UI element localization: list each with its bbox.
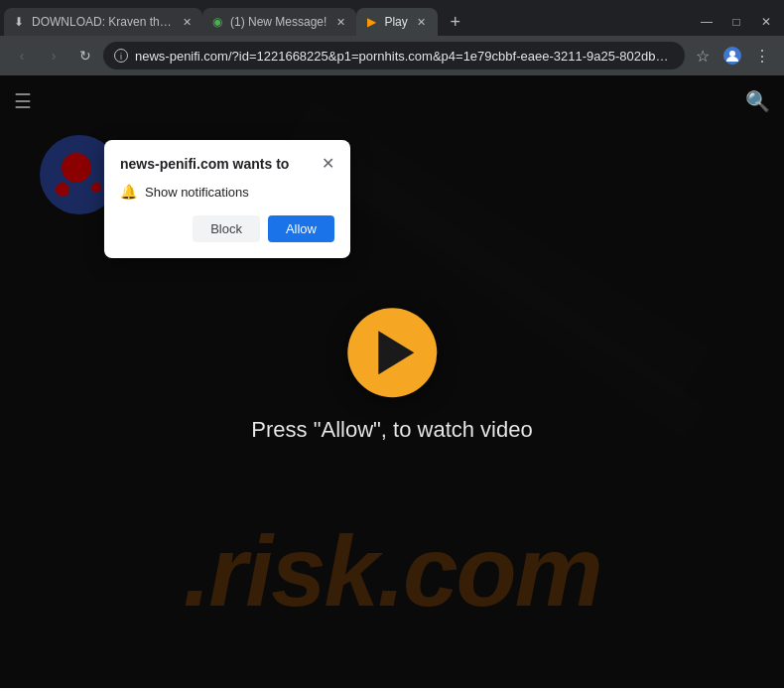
new-tab-button[interactable]: + <box>442 8 469 36</box>
browser-chrome: ⬇ DOWNLOAD: Kraven the Hunt... ✕ ◉ (1) N… <box>0 0 784 75</box>
tab-2-close[interactable]: ✕ <box>332 14 348 30</box>
tab-2[interactable]: ◉ (1) New Message! ✕ <box>202 8 356 36</box>
hamburger-icon[interactable]: ☰ <box>14 89 32 113</box>
reload-button[interactable]: ↻ <box>71 42 99 69</box>
tab-bar: ⬇ DOWNLOAD: Kraven the Hunt... ✕ ◉ (1) N… <box>0 0 784 36</box>
maximize-button[interactable]: □ <box>722 12 750 32</box>
close-button[interactable]: ✕ <box>752 12 780 32</box>
tab-2-favicon: ◉ <box>210 15 224 29</box>
svg-text:i: i <box>120 52 122 62</box>
play-instruction-text: Press "Allow", to watch video <box>251 417 532 443</box>
tab-1-favicon: ⬇ <box>12 15 26 29</box>
popup-buttons: Block Allow <box>120 215 334 242</box>
tab-3-title: Play <box>384 15 407 29</box>
notification-row-text: Show notifications <box>145 185 249 200</box>
watermark-text: .risk.com <box>183 514 600 628</box>
popup-header: news-penifi.com wants to ✕ <box>120 156 334 172</box>
tab-1[interactable]: ⬇ DOWNLOAD: Kraven the Hunt... ✕ <box>4 8 202 36</box>
svg-point-3 <box>729 51 735 57</box>
bell-icon: 🔔 <box>120 184 137 200</box>
toolbar-icons: ☆ ⋮ <box>689 42 776 69</box>
url-bar[interactable]: i news-penifi.com/?id=1221668225&p1=porn… <box>103 42 685 69</box>
site-info-icon[interactable]: i <box>113 48 129 64</box>
minimize-button[interactable]: — <box>693 12 720 32</box>
tab-3-close[interactable]: ✕ <box>414 14 430 30</box>
tab-1-title: DOWNLOAD: Kraven the Hunt... <box>32 15 173 29</box>
menu-button[interactable]: ⋮ <box>748 42 776 69</box>
popup-title: news-penifi.com wants to <box>120 156 289 172</box>
search-icon[interactable]: 🔍 <box>745 89 770 113</box>
tab-2-title: (1) New Message! <box>230 15 327 29</box>
popup-close-button[interactable]: ✕ <box>322 156 334 172</box>
url-text: news-penifi.com/?id=1221668225&p1=pornhi… <box>135 49 675 64</box>
forward-button[interactable]: › <box>40 42 67 69</box>
bookmark-button[interactable]: ☆ <box>689 42 717 69</box>
block-button[interactable]: Block <box>193 215 260 242</box>
window-controls: — □ ✕ <box>693 12 780 36</box>
popup-notification-row: 🔔 Show notifications <box>120 184 334 200</box>
address-bar: ‹ › ↻ i news-penifi.com/?id=1221668225&p… <box>0 36 784 75</box>
play-container: Press "Allow", to watch video <box>251 308 532 443</box>
popup-site-name: news-penifi.com <box>120 156 229 172</box>
profile-button[interactable] <box>719 42 746 69</box>
back-button[interactable]: ‹ <box>8 42 36 69</box>
page-content: ☰ 🔍 .risk.com Press "Allow", to watch vi… <box>0 75 784 688</box>
allow-button[interactable]: Allow <box>268 215 334 242</box>
tab-3[interactable]: ▶ Play ✕ <box>356 8 437 36</box>
play-button[interactable] <box>347 308 437 397</box>
play-triangle-icon <box>378 331 414 374</box>
tab-1-close[interactable]: ✕ <box>179 14 195 30</box>
tab-3-favicon: ▶ <box>364 15 378 29</box>
notification-popup: news-penifi.com wants to ✕ 🔔 Show notifi… <box>104 140 350 258</box>
